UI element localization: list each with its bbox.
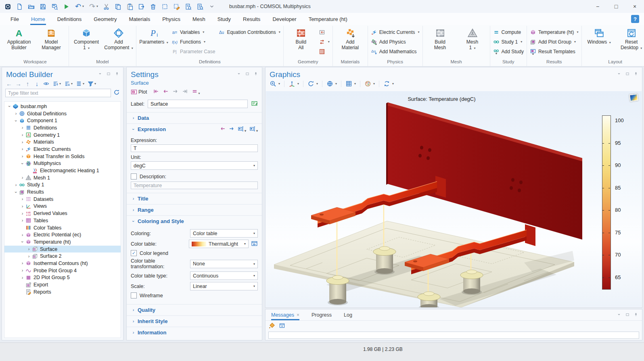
- ribbon-button-equation-contributions[interactable]: ΔuEquation Contributions▾: [218, 28, 280, 36]
- expander-icon[interactable]: ›: [20, 147, 25, 151]
- expander-icon[interactable]: ›: [14, 118, 18, 123]
- rename-icon[interactable]: [251, 100, 258, 107]
- ribbon-button-parameter-case[interactable]: P|Parameter Case: [171, 48, 215, 55]
- menu-tab-study[interactable]: Study: [217, 13, 231, 25]
- axes-view-button[interactable]: ▾: [289, 80, 299, 87]
- menu-tab-results[interactable]: Results: [243, 13, 260, 25]
- expander-icon[interactable]: ›: [13, 111, 19, 116]
- arrow-down-button[interactable]: ↓: [34, 81, 40, 87]
- wireframe-checkbox[interactable]: [131, 292, 137, 298]
- ribbon-button-add-plot-group[interactable]: Add Plot Group▾: [530, 38, 579, 46]
- ribbon-button-reset-desktop[interactable]: ResetDesktop ▾: [617, 26, 644, 51]
- next-expression-button[interactable]: [229, 126, 234, 133]
- expand-all-button[interactable]: ▾: [64, 81, 73, 87]
- brush-button[interactable]: [269, 322, 275, 330]
- messages-tab-progress[interactable]: Progress: [312, 309, 332, 320]
- goto-first-button[interactable]: [153, 88, 159, 96]
- menu-tab-file[interactable]: File: [10, 13, 19, 25]
- maximize-button[interactable]: □: [607, 0, 625, 13]
- run-button[interactable]: [63, 3, 70, 10]
- ribbon-button-component-1[interactable]: Component1 ▾: [72, 26, 101, 51]
- ribbon-button-add-study[interactable]: Add Study: [493, 48, 524, 55]
- doc-search-button[interactable]: [184, 3, 192, 10]
- section-range-header[interactable]: › Range: [127, 204, 262, 215]
- rename-icon[interactable]: [251, 100, 258, 108]
- ribbon-button-variables[interactable]: a=Variables▾: [171, 28, 215, 36]
- expander-icon[interactable]: ›: [20, 175, 25, 180]
- plot-thumbnail-icon[interactable]: [629, 94, 638, 102]
- tree-item-electromagnetic-heating-1[interactable]: Electromagnetic Heating 1: [4, 167, 121, 174]
- section-data-header[interactable]: › Data: [127, 113, 262, 123]
- expander-icon[interactable]: ›: [26, 254, 31, 259]
- ribbon-button-result-templates[interactable]: Result Templates: [530, 48, 579, 55]
- expander-icon[interactable]: ›: [20, 197, 25, 201]
- expander-icon[interactable]: ›: [20, 125, 25, 130]
- tree-item-electric-currents[interactable]: ›Electric Currents: [4, 146, 121, 153]
- menu-tab-geometry[interactable]: Geometry: [94, 13, 117, 25]
- tree-item-component-1[interactable]: ›Component 1: [4, 117, 121, 124]
- description-checkbox[interactable]: [131, 173, 137, 179]
- update-plot-button[interactable]: ▾: [383, 80, 394, 87]
- tree-item-datasets[interactable]: ›Datasets: [4, 196, 121, 203]
- menu-tab-mesh[interactable]: Mesh: [192, 13, 205, 25]
- goto-prev-button[interactable]: [163, 88, 169, 96]
- ribbon-button-mesh-1[interactable]: Mesh1 ▾: [458, 26, 487, 51]
- scale-select[interactable]: Linear ▾: [190, 282, 258, 290]
- expander-icon[interactable]: ›: [20, 275, 25, 280]
- coloring-select[interactable]: Color table ▾: [190, 229, 258, 238]
- tree-item-heat-transfer-in-solids[interactable]: ›Heat Transfer in Solids: [4, 153, 121, 160]
- section-coloring-header[interactable]: › Coloring and Style: [127, 216, 262, 227]
- menu-tab-definitions[interactable]: Definitions: [57, 13, 82, 25]
- plot-area[interactable]: Surface: Temperature (degC): [266, 91, 642, 307]
- node-text-button[interactable]: ▾: [76, 81, 84, 87]
- add-expression-button[interactable]: ▾: [249, 126, 258, 133]
- expander-icon[interactable]: ›: [13, 183, 19, 187]
- label-input[interactable]: [148, 100, 248, 108]
- ribbon-button-parameters[interactable]: PiParameters ▾: [139, 26, 168, 45]
- arrow-right-button[interactable]: →: [15, 81, 21, 87]
- cut-button[interactable]: [102, 3, 110, 10]
- chevron-down-button[interactable]: [208, 3, 215, 10]
- ribbon-button-add-physics[interactable]: Add Physics: [371, 38, 420, 46]
- clear-window-button[interactable]: [279, 322, 285, 330]
- tree-item-global-definitions[interactable]: ›Global Definitions: [4, 110, 121, 117]
- panel-caret-icon[interactable]: [616, 312, 622, 317]
- menu-tab-materials[interactable]: Materials: [129, 13, 150, 25]
- panel-pin-icon[interactable]: [114, 71, 120, 77]
- ribbon-button-functions[interactable]: f(x)Functions▾: [171, 38, 215, 46]
- show-button[interactable]: [43, 81, 49, 87]
- save-button[interactable]: [39, 3, 47, 10]
- tree-item-reports[interactable]: Reports: [4, 288, 121, 296]
- open-button[interactable]: [27, 3, 35, 10]
- copy-button[interactable]: [114, 3, 122, 10]
- insert-expression-button[interactable]: ▾: [238, 126, 246, 133]
- expander-icon[interactable]: ›: [20, 261, 25, 265]
- goto-next-button[interactable]: [172, 88, 178, 96]
- tree-item-materials[interactable]: ›Materials: [4, 138, 121, 146]
- grid-view-button[interactable]: ▾: [345, 80, 356, 87]
- refresh-icon[interactable]: [113, 89, 120, 96]
- tree-item-multiphysics[interactable]: ›Multiphysics: [4, 160, 121, 167]
- ribbon-button-virtual-operations-icon[interactable]: [319, 48, 330, 55]
- tree-item-geometry-1[interactable]: ›AGeometry 1: [4, 131, 121, 139]
- expander-icon[interactable]: ›: [26, 247, 31, 251]
- refresh-icon[interactable]: [113, 89, 120, 97]
- ribbon-button-compute[interactable]: Compute: [493, 28, 524, 36]
- tree-item-busbar-mph[interactable]: ›busbar.mph: [4, 103, 121, 110]
- color-legend-checkbox[interactable]: ✓: [131, 250, 137, 256]
- select-box-button[interactable]: [161, 3, 169, 10]
- expander-icon[interactable]: ›: [20, 233, 25, 237]
- ribbon-button-build-all[interactable]: BuildAll: [286, 26, 316, 51]
- ribbon-button-study-1[interactable]: Study 1▾: [493, 38, 524, 46]
- expander-icon[interactable]: ›: [7, 104, 12, 109]
- tree-item-probe-plot-group-4[interactable]: ›Probe Plot Group 4: [4, 267, 121, 274]
- tree-item-mesh-1[interactable]: ›Mesh 1: [4, 174, 121, 182]
- zoom-button[interactable]: ▾: [270, 80, 280, 87]
- new-file-button[interactable]: [16, 3, 23, 10]
- expression-input[interactable]: [131, 144, 258, 152]
- ribbon-button-build-mesh[interactable]: BuildMesh: [426, 26, 455, 51]
- ribbon-button-electric-currents[interactable]: Electric Currents▾: [371, 28, 420, 36]
- tree-item-surface[interactable]: ›Surface: [4, 246, 121, 253]
- panel-float-icon[interactable]: [106, 71, 111, 77]
- expander-icon[interactable]: ›: [14, 190, 18, 195]
